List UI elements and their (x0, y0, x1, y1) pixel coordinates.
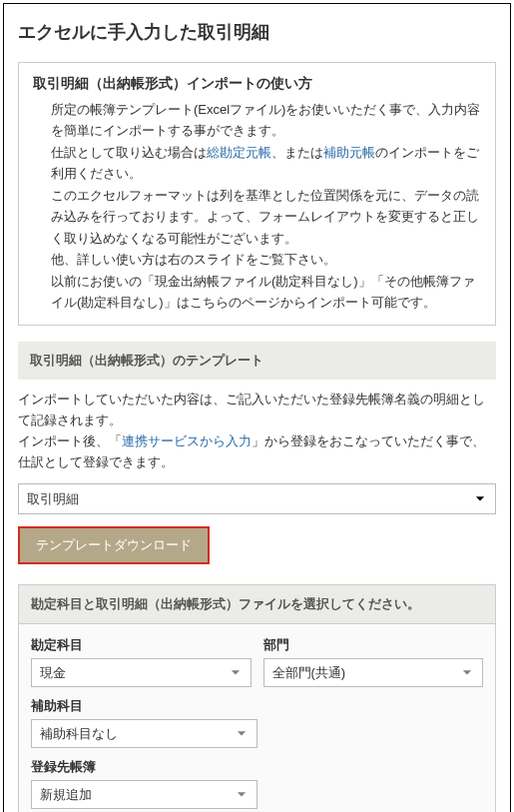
info-text: 以前にお使いの「現金出納帳ファイル(勘定科目なし)」「その他帳簿ファイル(勘定科… (51, 274, 475, 310)
dept-label: 部門 (263, 636, 484, 654)
dept-select[interactable]: 全部門(共通) (263, 658, 484, 687)
info-text: このエクセルフォーマットは列を基準とした位置関係を元に、データの読み込みを行って… (51, 188, 479, 246)
info-title: 取引明細（出納帳形式）インポートの使い方 (33, 75, 481, 93)
link-general-ledger[interactable]: 総勘定元帳 (207, 145, 271, 160)
ledger-label: 登録先帳簿 (31, 758, 483, 776)
ledger-select[interactable]: 新規追加 (31, 780, 257, 809)
desc-text: インポートしていただいた内容は、ご記入いただいた登録先帳簿名義の明細として記録さ… (18, 392, 485, 427)
desc-text: インポート後、「 (18, 433, 122, 448)
info-content: 所定の帳簿テンプレート(Excelファイル)をお使いいただく事で、入力内容を簡単… (33, 99, 481, 313)
sub-account-select[interactable]: 補助科目なし (31, 719, 257, 748)
template-download-button[interactable]: テンプレートダウンロード (18, 526, 210, 564)
template-section-header: 取引明細（出納帳形式）のテンプレート (18, 342, 496, 380)
page-title: エクセルに手入力した取引明細 (18, 20, 496, 44)
info-text: 他、詳しい使い方は右のスライドをご覧下さい。 (51, 252, 336, 267)
link-sub-ledger[interactable]: 補助元帳 (323, 145, 375, 160)
template-type-select[interactable]: 取引明細 (18, 483, 496, 514)
account-label: 勘定科目 (31, 636, 252, 654)
info-text: 、または (271, 145, 323, 160)
template-section-desc: インポートしていただいた内容は、ご記入いただいた登録先帳簿名義の明細として記録さ… (18, 390, 496, 472)
file-select-panel: 勘定科目と取引明細（出納帳形式）ファイルを選択してください。 勘定科目 現金 部… (18, 584, 496, 812)
account-select[interactable]: 現金 (31, 658, 252, 687)
usage-info-box: 取引明細（出納帳形式）インポートの使い方 所定の帳簿テンプレート(Excelファ… (18, 62, 496, 326)
form-panel-header: 勘定科目と取引明細（出納帳形式）ファイルを選択してください。 (19, 585, 495, 624)
info-text: 所定の帳簿テンプレート(Excelファイル)をお使いいただく事で、入力内容を簡単… (51, 102, 480, 138)
sub-account-label: 補助科目 (31, 697, 483, 715)
link-service-input[interactable]: 連携サービスから入力 (122, 433, 252, 448)
info-text: 仕訳として取り込む場合は (51, 145, 207, 160)
